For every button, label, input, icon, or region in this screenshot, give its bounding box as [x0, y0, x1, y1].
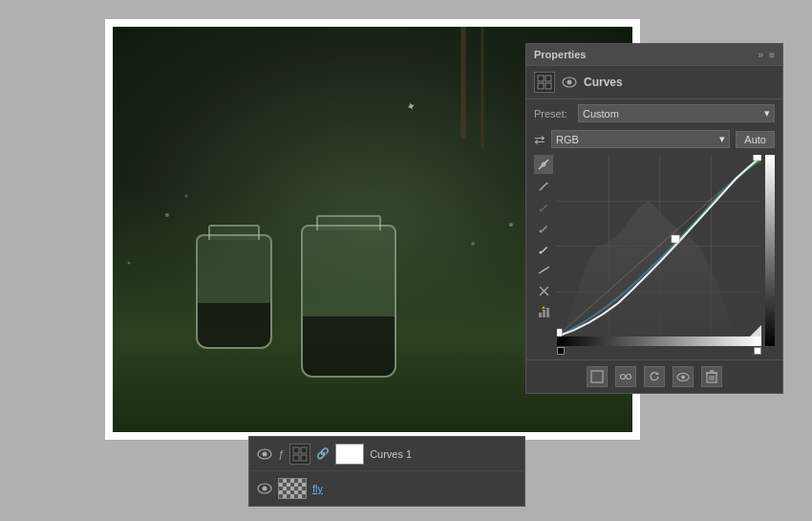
trash-icon: [706, 370, 717, 383]
panel-titlebar: Properties » ≡: [526, 44, 782, 66]
layer-name-fly[interactable]: fly: [312, 483, 517, 494]
layer-link-icon: 🔗: [316, 447, 330, 460]
svg-point-20: [539, 250, 542, 253]
white-eyedropper-icon: [538, 243, 550, 255]
visibility-icon: [676, 372, 690, 382]
jar-left-bottom: [198, 303, 270, 347]
layer-name-curves: Curves 1: [370, 448, 517, 460]
output-gradient-bar: [765, 155, 775, 346]
svg-rect-31: [672, 235, 680, 243]
fly-insect: ✦: [404, 99, 417, 116]
smooth-curve-tool[interactable]: [534, 260, 553, 279]
svg-point-37: [627, 375, 631, 380]
curves-label: Curves: [584, 76, 623, 89]
black-input-point[interactable]: [557, 347, 565, 355]
jar-left: [196, 234, 272, 349]
output-gradient-bar-container: [765, 155, 775, 356]
preset-value: Custom: [583, 108, 619, 119]
input-gradient-bar: [557, 336, 761, 346]
curves-graph[interactable]: [557, 155, 761, 336]
pencil-draw-tool[interactable]: [534, 176, 553, 195]
preset-dropdown[interactable]: Custom ▾: [578, 104, 775, 122]
svg-rect-52: [293, 455, 299, 461]
point-tool-icon: [537, 158, 550, 171]
visibility-button[interactable]: [673, 366, 694, 387]
panel-menu-button[interactable]: ≡: [769, 50, 775, 60]
mask-add-button[interactable]: [587, 366, 608, 387]
reset-icon: [538, 285, 550, 297]
curves-lines-svg: [557, 155, 761, 336]
rgb-row: ⇄ RGB ▾ Auto: [526, 127, 782, 151]
fx-icon: ƒ: [278, 448, 284, 460]
corner-triangle-svg: [750, 325, 761, 336]
svg-point-41: [681, 375, 685, 379]
jar-right-shape: [301, 225, 396, 378]
white-point-tool[interactable]: [534, 239, 553, 258]
histogram-warning-icon: !: [538, 306, 550, 318]
channel-arrows-icon: ⇄: [534, 132, 545, 147]
svg-rect-10: [545, 76, 551, 81]
black-point-tool[interactable]: [534, 197, 553, 216]
gray-eyedropper-icon: [538, 222, 550, 234]
svg-marker-33: [750, 325, 761, 336]
curves-area: !: [526, 151, 782, 359]
panel-collapse-button[interactable]: »: [759, 50, 764, 60]
curves-thumb-grid-icon: [292, 446, 308, 462]
visibility-toggle[interactable]: [561, 74, 578, 91]
gray-point-tool[interactable]: [534, 218, 553, 237]
pencil-tool-icon: [538, 180, 550, 192]
reset-adjustment-button[interactable]: [644, 366, 665, 387]
preset-label: Preset:: [534, 108, 572, 119]
svg-rect-30: [557, 329, 562, 336]
delete-button[interactable]: [701, 366, 722, 387]
svg-rect-51: [301, 447, 307, 453]
link-layer-icon: [619, 370, 632, 383]
svg-rect-23: [539, 313, 542, 317]
svg-rect-9: [538, 76, 544, 81]
svg-line-16: [540, 183, 547, 190]
white-input-point[interactable]: [754, 347, 761, 355]
layer-row-fly[interactable]: fly: [249, 471, 524, 506]
layer-visibility-curves[interactable]: [257, 446, 272, 462]
layers-panel: ƒ 🔗 Curves 1 fly: [248, 436, 525, 507]
reset-adjustment-icon: [648, 370, 661, 383]
panel-header-row: Curves: [526, 66, 782, 99]
svg-rect-25: [546, 308, 549, 317]
svg-point-14: [567, 80, 572, 85]
curves-thumb: [289, 444, 310, 465]
layer-row-curves[interactable]: ƒ 🔗 Curves 1: [249, 437, 524, 471]
auto-button[interactable]: Auto: [736, 131, 775, 148]
preset-chevron-icon: ▾: [764, 107, 770, 119]
layer-image-thumb: [278, 478, 307, 499]
preset-row: Preset: Custom ▾: [526, 99, 782, 127]
smooth-icon: [538, 264, 550, 276]
svg-line-29: [557, 155, 761, 336]
rgb-value: RGB: [556, 134, 579, 145]
layer-visibility-fly[interactable]: [257, 481, 272, 496]
svg-point-36: [621, 375, 626, 380]
svg-rect-24: [543, 310, 545, 317]
svg-point-18: [539, 208, 542, 211]
svg-point-19: [539, 229, 542, 232]
rgb-channel-dropdown[interactable]: RGB ▾: [551, 130, 730, 148]
rgb-chevron-icon: ▾: [719, 133, 725, 145]
curves-point-tool[interactable]: [534, 155, 553, 174]
histogram-warning-tool[interactable]: !: [534, 302, 553, 321]
reset-curve-tool[interactable]: [534, 281, 553, 300]
jar-right-bottom: [303, 316, 395, 376]
layer-mask-thumb: [335, 444, 364, 465]
svg-rect-32: [753, 155, 761, 161]
svg-rect-50: [293, 447, 299, 453]
eye-icon-svg: [562, 76, 577, 88]
input-points: [557, 346, 761, 356]
link-layer-button[interactable]: [615, 366, 636, 387]
adjustment-layer-icon: [534, 72, 555, 93]
output-gradient-spacer: [765, 346, 775, 356]
svg-rect-12: [545, 83, 551, 89]
curves-tools: !: [534, 155, 553, 356]
svg-rect-11: [538, 83, 544, 89]
layer-eye-icon: [257, 448, 272, 460]
black-eyedropper-icon: [538, 201, 550, 213]
layer-eye-icon-fly: [257, 483, 272, 494]
grid-icon-svg: [537, 75, 552, 90]
